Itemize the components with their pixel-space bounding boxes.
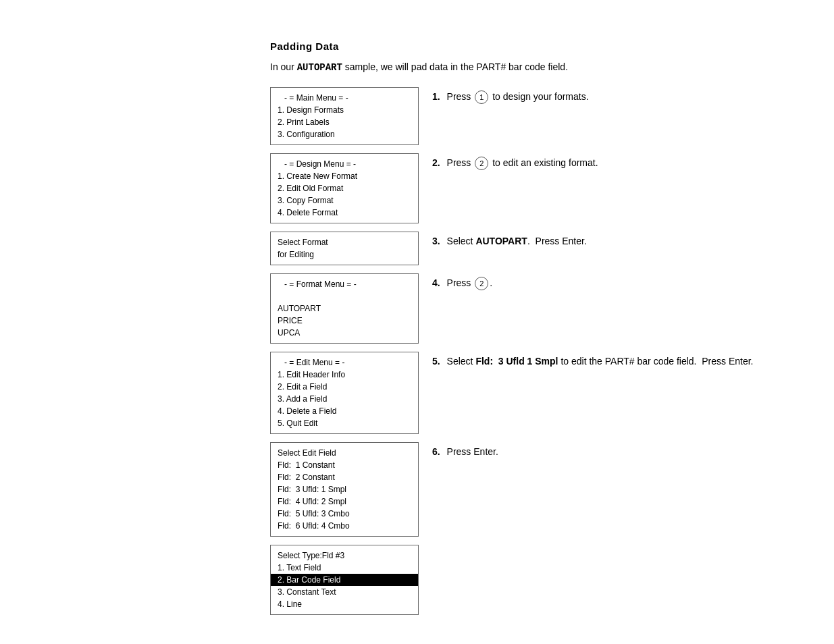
menu-line: 5. Quit Edit — [278, 417, 411, 429]
menu-line: Fld: 6 Ufld: 4 Cmbo — [278, 520, 411, 532]
menu-line: 1. Text Field — [278, 562, 411, 574]
intro-paragraph: In our AUTOPART sample, we will pad data… — [270, 60, 780, 75]
menu-line-highlight: 2. Bar Code Field — [271, 574, 418, 586]
menu-line: 4. Delete a Field — [278, 405, 411, 417]
menu-line: AUTOPART — [278, 302, 411, 315]
menu-line: for Editing — [278, 248, 411, 261]
menu-line: PRICE — [278, 315, 411, 327]
menu-line: - = Main Menu = - — [278, 92, 411, 104]
menu-line: Fld: 1 Constant — [278, 459, 411, 471]
menu-line: 2. Edit Old Format — [278, 182, 411, 194]
menu-line: - = Format Menu = - — [278, 278, 411, 290]
key-1: 1 — [475, 90, 488, 104]
key-2: 2 — [475, 157, 488, 170]
step-instruction-1: 1. Press 1 to design your formats. — [419, 87, 780, 104]
menu-line: UPCA — [278, 327, 411, 339]
step-number-3: 3. — [432, 236, 440, 246]
menu-line: Select Format — [278, 236, 411, 248]
step-row-4: - = Format Menu = - AUTOPART PRICE UPCA … — [270, 273, 780, 344]
menu-box-2: - = Design Menu = - 1. Create New Format… — [270, 153, 419, 223]
menu-box-1: - = Main Menu = - 1. Design Formats 2. P… — [270, 87, 419, 145]
step-instruction-5: 5. Select Fld: 3 Ufld 1 Smpl to edit the… — [419, 352, 780, 369]
menu-line: 2. Print Labels — [278, 116, 411, 128]
step-instruction-4: 4. Press 2. — [419, 273, 780, 290]
menu-line: - = Design Menu = - — [278, 158, 411, 170]
menu-line: Fld: 5 Ufld: 3 Cmbo — [278, 508, 411, 520]
menu-line: Select Edit Field — [278, 447, 411, 459]
step-number-4: 4. — [432, 277, 440, 288]
menu-line: 3. Add a Field — [278, 393, 411, 405]
menu-line: Select Type:Fld #3 — [278, 549, 411, 562]
step-row-1: - = Main Menu = - 1. Design Formats 2. P… — [270, 87, 780, 145]
menu-line: 4. Line — [278, 598, 411, 610]
menu-box-3: Select Format for Editing — [270, 232, 419, 265]
menu-line — [278, 290, 411, 302]
menu-line: 1. Design Formats — [278, 104, 411, 116]
step-number-2: 2. — [432, 157, 440, 168]
step-row-7: Select Type:Fld #3 1. Text Field 2. Bar … — [270, 545, 780, 615]
menu-line: Fld: 4 Ufld: 2 Smpl — [278, 495, 411, 508]
autopart-label: AUTOPART — [475, 236, 527, 246]
step-instruction-6: 6. Press Enter. — [419, 442, 780, 459]
menu-box-4: - = Format Menu = - AUTOPART PRICE UPCA — [270, 273, 419, 344]
step-row-5: - = Edit Menu = - 1. Edit Header Info 2.… — [270, 352, 780, 434]
key-2b: 2 — [475, 277, 488, 290]
menu-line: - = Edit Menu = - — [278, 356, 411, 369]
step-instruction-3: 3. Select AUTOPART. Press Enter. — [419, 232, 780, 248]
steps-container: - = Main Menu = - 1. Design Formats 2. P… — [270, 87, 780, 618]
step-row-6: Select Edit Field Fld: 1 Constant Fld: 2… — [270, 442, 780, 537]
step-number-6: 6. — [432, 446, 440, 457]
menu-box-5: - = Edit Menu = - 1. Edit Header Info 2.… — [270, 352, 419, 434]
step-instruction-7 — [419, 545, 780, 562]
menu-line: 2. Edit a Field — [278, 381, 411, 393]
menu-line: 3. Copy Format — [278, 194, 411, 207]
menu-line: 3. Constant Text — [278, 586, 411, 598]
step-number-5: 5. — [432, 356, 440, 367]
menu-line: 3. Configuration — [278, 128, 411, 140]
step-row-2: - = Design Menu = - 1. Create New Format… — [270, 153, 780, 223]
menu-line: 1. Create New Format — [278, 170, 411, 182]
menu-box-6: Select Edit Field Fld: 1 Constant Fld: 2… — [270, 442, 419, 537]
step-instruction-2: 2. Press 2 to edit an existing format. — [419, 153, 780, 170]
step-row-3: Select Format for Editing 3. Select AUTO… — [270, 232, 780, 265]
fld-label: Fld: 3 Ufld 1 Smpl — [475, 356, 558, 367]
menu-line: Fld: 2 Constant — [278, 471, 411, 483]
page-container: Padding Data In our AUTOPART sample, we … — [0, 0, 834, 644]
step-number-1: 1. — [432, 91, 440, 102]
autopart-brand: AUTOPART — [297, 62, 342, 73]
section-title: Padding Data — [270, 41, 780, 52]
menu-line: Fld: 3 Ufld: 1 Smpl — [278, 483, 411, 495]
menu-box-7: Select Type:Fld #3 1. Text Field 2. Bar … — [270, 545, 419, 615]
menu-line: 4. Delete Format — [278, 207, 411, 219]
menu-line: 1. Edit Header Info — [278, 369, 411, 381]
